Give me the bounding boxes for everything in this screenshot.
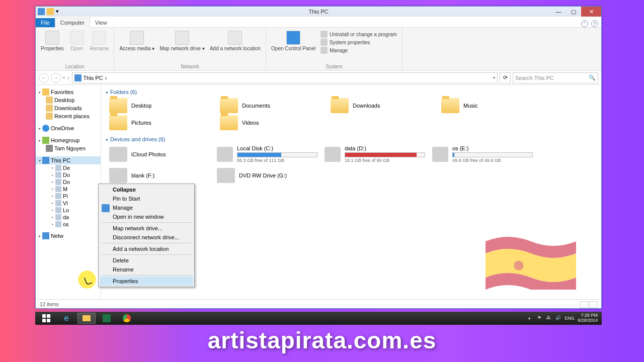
sidebar-sub-item[interactable]: ▸Pi	[36, 193, 101, 200]
manage-link[interactable]: Manage	[320, 47, 397, 54]
ribbon-collapse-icon[interactable]: ⌃	[581, 20, 588, 27]
tray-lang[interactable]: ENG	[565, 316, 575, 321]
folder-item[interactable]: Pictures	[109, 115, 210, 130]
drive-item[interactable]: iCloud Photos	[109, 145, 210, 163]
properties-button[interactable]: Properties	[39, 30, 66, 52]
folder-icon	[220, 98, 238, 113]
folder-item[interactable]: Music	[441, 98, 542, 113]
context-menu-item[interactable]: Properties	[100, 277, 193, 286]
tray-flag-icon[interactable]: ⚑	[537, 315, 543, 321]
excel-icon	[103, 314, 111, 322]
nav-history-dropdown[interactable]: ▾	[63, 75, 65, 80]
context-menu-item[interactable]: Collapse	[100, 185, 193, 194]
open-control-panel-button[interactable]: Open Control Panel	[269, 30, 317, 55]
start-button[interactable]	[37, 313, 55, 324]
context-menu-item[interactable]: Open in new window	[100, 212, 193, 221]
drive-item[interactable]: DVD RW Drive (G:)	[217, 168, 317, 183]
tab-file[interactable]: File	[36, 18, 55, 27]
folders-section-header[interactable]: ▸Folders (6)	[106, 88, 596, 96]
app-icon	[38, 8, 45, 15]
qat-dropdown-icon[interactable]: ▾	[56, 8, 63, 15]
tray-clock[interactable]: 7:28 PM 9/28/2014	[578, 313, 598, 323]
sidebar-sub-item[interactable]: ▸os	[36, 221, 101, 228]
taskbar-chrome[interactable]	[118, 313, 136, 324]
taskbar-excel[interactable]	[98, 313, 116, 324]
spain-flag-overlay	[483, 229, 579, 290]
titlebar[interactable]: ▾ This PC — ▢ ✕	[36, 7, 601, 17]
address-dropdown-icon[interactable]: ▾	[493, 75, 495, 80]
sidebar-sub-item[interactable]: ▸Do	[36, 178, 101, 186]
sidebar-favorites[interactable]: ▸Favorites	[36, 88, 101, 96]
sidebar-sub-item[interactable]: ▸Vi	[36, 200, 101, 207]
add-network-location-button[interactable]: Add a network location	[208, 30, 263, 52]
svg-rect-2	[42, 319, 46, 322]
network-icon	[42, 232, 49, 239]
drive-item[interactable]: blank (F:)	[109, 168, 210, 183]
folder-item[interactable]: Desktop	[109, 98, 210, 113]
uninstall-program-link[interactable]: Uninstall or change a program	[320, 31, 397, 38]
drives-section-header[interactable]: ▸Devices and drives (6)	[106, 135, 596, 143]
breadcrumb-arrow[interactable]: ›	[105, 75, 107, 81]
close-button[interactable]: ✕	[581, 7, 601, 17]
statusbar: 12 items	[36, 299, 601, 309]
folder-item[interactable]: Videos	[220, 115, 320, 130]
system-tray[interactable]: ▴ ⚑ 🖧 🔊 ENG 7:28 PM 9/28/2014	[528, 313, 600, 323]
maximize-button[interactable]: ▢	[566, 7, 581, 17]
ribbon: Properties Open Rename Location Access m…	[36, 28, 601, 71]
drive-item[interactable]: Local Disk (C:)55.3 GB free of 111 GB	[217, 145, 317, 163]
tab-computer[interactable]: Computer	[55, 18, 90, 28]
search-input[interactable]: Search This PC 🔍	[513, 72, 598, 83]
open-button[interactable]: Open	[67, 30, 87, 52]
address-bar[interactable]: This PC › ▾	[72, 72, 498, 83]
view-large-icon[interactable]	[589, 301, 597, 308]
context-menu-item[interactable]: Add a network location	[100, 244, 193, 253]
svg-rect-0	[42, 314, 46, 318]
context-menu-item[interactable]: Map network drive...	[100, 224, 193, 233]
sidebar-sub-item[interactable]: ▸Lo	[36, 207, 101, 214]
sidebar-onedrive[interactable]: ▸OneDrive	[36, 124, 101, 132]
nav-up-button[interactable]: ↑	[67, 75, 70, 81]
qat-icon[interactable]	[47, 8, 54, 15]
sidebar-item-user[interactable]: Tam Nguyen	[36, 144, 101, 152]
context-menu: CollapsePin to StartManageOpen in new wi…	[98, 184, 195, 287]
context-menu-item[interactable]: Rename	[100, 265, 193, 274]
nav-forward-button[interactable]: →	[51, 73, 61, 83]
folder-item[interactable]: Downloads	[331, 98, 431, 113]
nav-back-button[interactable]: ←	[39, 73, 49, 83]
context-menu-item[interactable]: Manage	[100, 203, 193, 212]
drive-item[interactable]: os (E:)49.8 GB free of 49.9 GB	[432, 145, 533, 163]
map-network-drive-button[interactable]: Map network drive ▾	[157, 30, 206, 52]
help-icon[interactable]: ?	[591, 20, 598, 27]
tray-volume-icon[interactable]: 🔊	[555, 315, 561, 321]
taskbar-explorer[interactable]	[77, 313, 96, 324]
view-details-icon[interactable]	[580, 301, 588, 308]
taskbar-ie[interactable]: e	[57, 313, 75, 324]
sidebar-thispc[interactable]: ▾This PC	[36, 156, 101, 164]
tray-network-icon[interactable]: 🖧	[546, 315, 552, 321]
context-menu-item[interactable]: Pin to Start	[100, 194, 193, 203]
breadcrumb[interactable]: This PC	[84, 75, 103, 81]
sidebar-item-downloads[interactable]: Downloads	[36, 104, 101, 112]
system-properties-link[interactable]: System properties	[320, 39, 397, 46]
sidebar-sub-item[interactable]: ▸Do	[36, 171, 101, 178]
folder-icon	[441, 98, 459, 113]
drive-icon	[109, 147, 127, 162]
sidebar-sub-item[interactable]: ▸da	[36, 214, 101, 221]
context-menu-item[interactable]: Delete	[100, 256, 193, 265]
sidebar-item-desktop[interactable]: Desktop	[36, 96, 101, 104]
sidebar-sub-item[interactable]: ▸De	[36, 164, 101, 171]
sidebar-item-recent[interactable]: Recent places	[36, 112, 101, 120]
folder-item[interactable]: Documents	[220, 98, 320, 113]
access-media-button[interactable]: Access media ▾	[117, 30, 156, 52]
sidebar-sub-item[interactable]: ▸M	[36, 186, 101, 193]
tab-view[interactable]: View	[90, 18, 112, 27]
sidebar-homegroup[interactable]: ▸Homegroup	[36, 136, 101, 144]
context-menu-item[interactable]: Disconnect network drive...	[100, 233, 193, 242]
ie-icon: e	[64, 314, 69, 323]
refresh-button[interactable]: ⟳	[500, 72, 511, 83]
tray-up-icon[interactable]: ▴	[528, 315, 534, 321]
drive-item[interactable]: data (D:)10.1 GB free of 99 GB	[325, 145, 425, 163]
minimize-button[interactable]: —	[551, 7, 566, 17]
rename-button[interactable]: Rename	[88, 30, 111, 52]
sidebar-network[interactable]: ▸Netw	[36, 232, 101, 240]
